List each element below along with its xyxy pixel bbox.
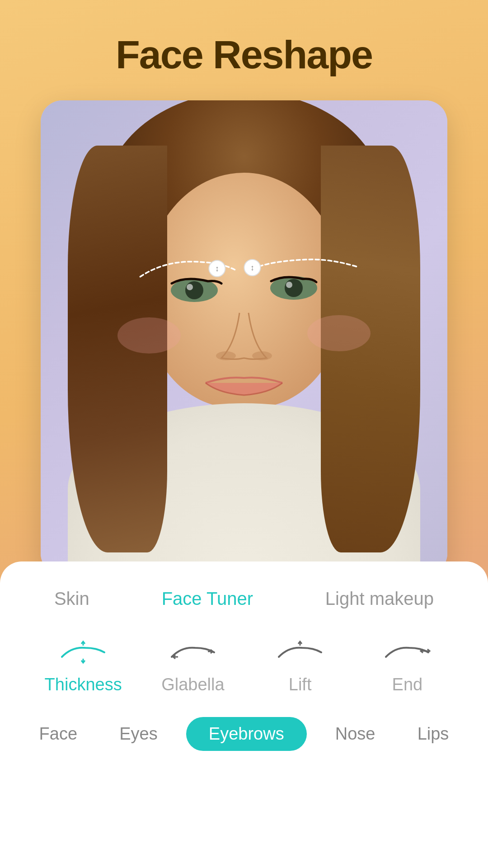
nav-lips[interactable]: Lips — [404, 717, 463, 751]
glabella-label: Glabella — [161, 675, 224, 694]
end-icon — [382, 636, 432, 668]
nav-eyes[interactable]: Eyes — [106, 717, 171, 751]
tab-light-makeup[interactable]: Light makeup — [316, 584, 443, 613]
tool-options-row: Thickness Glabella — [18, 636, 470, 694]
thickness-label: Thickness — [45, 675, 122, 694]
tool-lift[interactable]: Lift — [264, 636, 336, 694]
photo-card: ↕ ↕ — [41, 100, 447, 575]
end-label: End — [392, 675, 423, 694]
svg-point-8 — [117, 317, 181, 354]
svg-point-7 — [252, 351, 272, 360]
tool-thickness[interactable]: Thickness — [45, 636, 122, 694]
glabella-icon — [168, 636, 218, 668]
page-title: Face Reshape — [116, 32, 372, 78]
svg-point-9 — [307, 315, 371, 351]
tool-glabella[interactable]: Glabella — [157, 636, 229, 694]
lift-label: Lift — [289, 675, 312, 694]
nav-face[interactable]: Face — [26, 717, 91, 751]
tab-face-tuner[interactable]: Face Tuner — [153, 584, 262, 613]
nav-eyebrows[interactable]: Eyebrows — [186, 717, 307, 751]
bottom-panel: Skin Face Tuner Light makeup Thickness — [0, 561, 488, 868]
svg-point-6 — [216, 351, 236, 360]
svg-text:↕: ↕ — [215, 264, 219, 273]
face-art: ↕ ↕ — [41, 100, 447, 575]
tab-skin[interactable]: Skin — [45, 584, 99, 613]
tool-end[interactable]: End — [371, 636, 443, 694]
bottom-nav: Face Eyes Eyebrows Nose Lips — [18, 717, 470, 751]
thickness-icon — [58, 636, 108, 668]
nav-nose[interactable]: Nose — [322, 717, 389, 751]
category-tabs: Skin Face Tuner Light makeup — [18, 584, 470, 613]
svg-text:↕: ↕ — [250, 263, 254, 272]
eyebrow-annotation: ↕ ↕ — [131, 250, 366, 290]
lift-icon — [275, 636, 325, 668]
